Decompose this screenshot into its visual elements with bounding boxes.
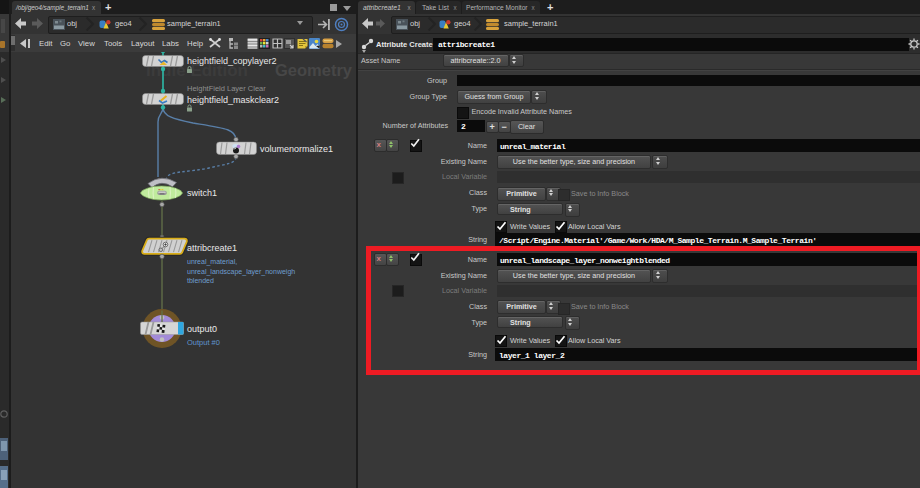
svg-text:volumenormalize1: volumenormalize1 xyxy=(260,144,333,154)
svg-text:Output #0: Output #0 xyxy=(187,338,220,347)
svg-text:attribcreate1: attribcreate1 xyxy=(187,243,237,253)
svg-text:heightfield_maskclear2: heightfield_maskclear2 xyxy=(187,95,279,105)
svg-text:HeightField Layer Clear: HeightField Layer Clear xyxy=(187,84,266,93)
svg-text:heightfield_copylayer2: heightfield_copylayer2 xyxy=(187,56,277,66)
svg-text:output0: output0 xyxy=(187,324,217,334)
svg-text:switch1: switch1 xyxy=(187,188,217,198)
svg-text:unreal_material,: unreal_material, xyxy=(187,258,237,266)
svg-text:unreal_landscape_layer_nonweig: unreal_landscape_layer_nonweigh xyxy=(187,268,295,276)
svg-text:tblended: tblended xyxy=(187,277,214,284)
